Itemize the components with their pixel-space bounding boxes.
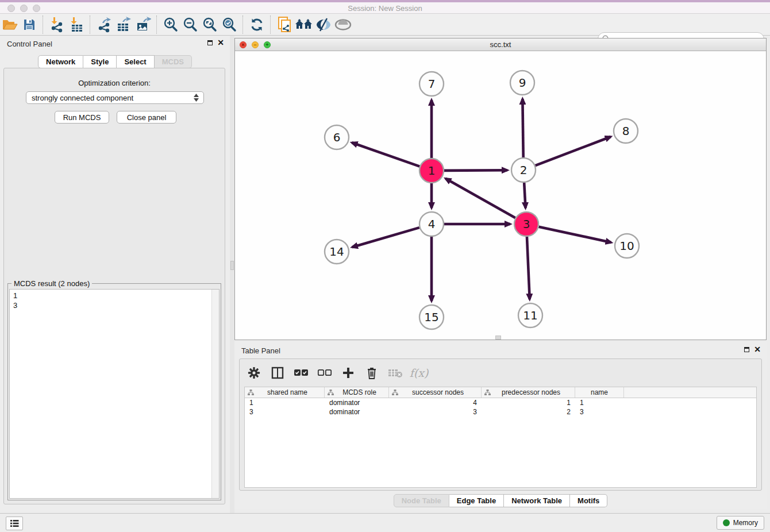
graph-node-8[interactable]: 8 <box>614 119 638 143</box>
column-header-MCDS-role[interactable]: MCDS role <box>325 387 389 398</box>
graph-edge-4-14[interactable] <box>352 228 419 247</box>
table-cell[interactable]: 1 <box>482 399 575 407</box>
graph-edge-1-2[interactable] <box>444 170 507 171</box>
control-panel: Control Panel ✕ NetworkStyleSelectMCDS O… <box>0 36 230 513</box>
graph-node-1[interactable]: 1 <box>419 159 444 183</box>
save-session-icon[interactable] <box>20 16 39 34</box>
table-body: 1dominator4113dominator323 <box>245 398 756 487</box>
graph-edge-3-10[interactable] <box>538 227 611 242</box>
graph-node-4[interactable]: 4 <box>419 212 444 236</box>
birds-eye-view-icon[interactable] <box>333 16 353 34</box>
network-view-window: × − + scc.txt 7968124314101511 <box>234 38 767 340</box>
svg-text:11: 11 <box>523 309 537 322</box>
table-cell[interactable]: 3 <box>245 408 325 416</box>
graph-node-10[interactable]: 10 <box>615 234 639 258</box>
mcds-result-text: 1 3 <box>10 290 211 498</box>
tab-network[interactable]: Network <box>38 55 83 68</box>
tab-select[interactable]: Select <box>117 55 154 68</box>
float-panel-icon[interactable] <box>744 347 749 352</box>
graph-node-6[interactable]: 6 <box>325 125 349 149</box>
close-panel-button[interactable]: Close panel <box>117 111 176 124</box>
column-header-shared-name[interactable]: shared name <box>245 387 325 398</box>
network-graph: 7968124314101511 <box>236 51 765 339</box>
table-row[interactable]: 3dominator323 <box>245 407 756 417</box>
graph-edge-3-1[interactable] <box>445 179 515 218</box>
export-table-icon[interactable] <box>114 16 133 34</box>
node-table[interactable]: shared nameMCDS rolesuccessor nodesprede… <box>244 387 757 488</box>
svg-text:4: 4 <box>428 217 436 231</box>
column-header-name[interactable]: name <box>575 387 624 398</box>
optimization-criterion-value: strongly connected component <box>32 94 194 102</box>
graph-node-15[interactable]: 15 <box>419 305 444 329</box>
close-panel-icon[interactable]: ✕ <box>217 39 224 46</box>
graph-node-9[interactable]: 9 <box>510 71 534 95</box>
close-panel-icon[interactable]: ✕ <box>754 346 761 353</box>
table-cell[interactable]: 2 <box>482 408 575 416</box>
table-row[interactable]: 1dominator411 <box>245 398 756 407</box>
graph-edge-2-8[interactable] <box>536 137 611 165</box>
select-all-icon[interactable] <box>294 365 309 380</box>
graphics-details-icon[interactable] <box>314 16 333 34</box>
column-header-predecessor-nodes[interactable]: predecessor nodes <box>482 387 575 398</box>
zoom-selected-icon[interactable] <box>220 16 239 34</box>
open-session-icon[interactable] <box>0 16 20 34</box>
tab-edge-table[interactable]: Edge Table <box>449 494 504 507</box>
graph-edge-2-3[interactable] <box>524 183 525 208</box>
splitter-grip[interactable] <box>230 261 234 270</box>
task-history-button[interactable] <box>6 516 23 530</box>
vertical-splitter[interactable] <box>230 36 234 513</box>
network-overview-icon[interactable] <box>275 16 294 34</box>
table-cell[interactable]: 1 <box>575 399 624 407</box>
memory-status-icon <box>723 519 730 526</box>
graph-edge-3-11[interactable] <box>527 237 530 299</box>
toolbar-separator <box>43 16 44 34</box>
memory-button[interactable]: Memory <box>717 516 764 530</box>
column-header-successor-nodes[interactable]: successor nodes <box>389 387 482 398</box>
graph-node-7[interactable]: 7 <box>419 72 444 96</box>
table-cell[interactable]: 1 <box>245 399 325 407</box>
graph-edge-2-9[interactable] <box>522 99 523 157</box>
split-columns-icon[interactable] <box>270 365 285 380</box>
window-resize-grip[interactable] <box>495 336 501 340</box>
tab-mcds[interactable]: MCDS <box>155 55 192 68</box>
import-network-icon[interactable] <box>47 16 67 34</box>
tab-style[interactable]: Style <box>83 55 117 68</box>
main-toolbar <box>0 14 770 36</box>
home-icon[interactable] <box>294 16 314 34</box>
export-image-icon[interactable] <box>133 16 153 34</box>
table-cell[interactable]: 3 <box>389 408 482 416</box>
optimization-criterion-select[interactable]: strongly connected component <box>26 91 204 104</box>
graph-node-11[interactable]: 11 <box>518 303 542 327</box>
tab-node-table[interactable]: Node Table <box>394 494 449 507</box>
graph-node-3[interactable]: 3 <box>514 212 538 236</box>
zoom-fit-icon[interactable] <box>200 16 220 34</box>
result-scrollbar[interactable] <box>211 290 219 498</box>
graph-node-14[interactable]: 14 <box>325 240 349 264</box>
deselect-all-icon[interactable] <box>317 365 332 380</box>
network-canvas[interactable]: 7968124314101511 <box>236 51 765 339</box>
graph-node-2[interactable]: 2 <box>511 158 536 182</box>
zoom-in-icon[interactable] <box>161 16 180 34</box>
tab-motifs[interactable]: Motifs <box>570 494 607 507</box>
control-panel-tabs: NetworkStyleSelectMCDS <box>0 55 230 68</box>
zoom-out-icon[interactable] <box>180 16 200 34</box>
gear-icon[interactable] <box>247 365 261 380</box>
graph-edge-1-6[interactable] <box>352 142 419 166</box>
table-cell[interactable]: dominator <box>325 408 389 416</box>
network-window-titlebar[interactable]: × − + scc.txt <box>235 38 766 51</box>
add-column-icon[interactable] <box>341 365 356 380</box>
export-network-icon[interactable] <box>94 16 114 34</box>
import-table-icon[interactable] <box>67 16 86 34</box>
refresh-icon[interactable] <box>247 16 267 34</box>
delete-table-icon[interactable] <box>388 365 403 380</box>
table-cell[interactable]: 3 <box>575 408 624 416</box>
table-cell[interactable]: dominator <box>325 399 389 407</box>
delete-column-icon[interactable] <box>364 365 379 380</box>
float-panel-icon[interactable] <box>207 40 213 45</box>
mcds-result-area[interactable]: 1 3 <box>9 289 220 499</box>
table-header-row: shared nameMCDS rolesuccessor nodesprede… <box>245 387 756 398</box>
svg-text:7: 7 <box>428 77 436 91</box>
run-mcds-button[interactable]: Run MCDS <box>55 111 109 124</box>
tab-network-table[interactable]: Network Table <box>504 494 570 507</box>
table-cell[interactable]: 4 <box>389 399 482 407</box>
